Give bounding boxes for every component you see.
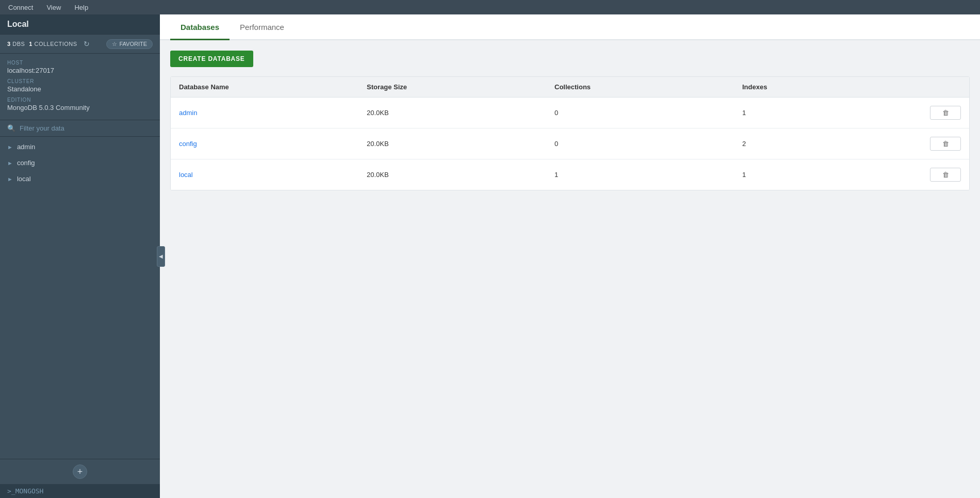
- db-link-config[interactable]: config: [179, 140, 367, 148]
- trash-icon: 🗑: [942, 109, 949, 117]
- trash-icon: 🗑: [942, 171, 949, 179]
- db-collections-config: 0: [554, 140, 742, 148]
- sidebar-item-admin[interactable]: ► admin: [0, 139, 160, 155]
- cluster-label: CLUSTER: [7, 78, 153, 84]
- database-table: Database Name Storage Size Collections I…: [170, 76, 970, 190]
- tab-performance[interactable]: Performance: [230, 14, 295, 40]
- host-label: HOST: [7, 60, 153, 66]
- refresh-button[interactable]: ↻: [81, 39, 92, 49]
- menu-bar: Connect View Help: [0, 0, 980, 14]
- sidebar-db-name-config: config: [17, 159, 35, 167]
- db-storage-local: 20.0KB: [367, 171, 554, 179]
- trash-icon: 🗑: [942, 140, 949, 148]
- db-collections-admin: 0: [554, 109, 742, 117]
- sidebar-title: Local: [0, 14, 160, 35]
- chevron-right-icon: ►: [7, 160, 13, 166]
- filter-input[interactable]: [20, 124, 153, 132]
- tab-bar: Databases Performance: [160, 14, 980, 40]
- table-row: local 20.0KB 1 1 🗑: [171, 159, 969, 190]
- sidebar-filter: 🔍: [0, 120, 160, 137]
- menu-help[interactable]: Help: [72, 3, 90, 12]
- col-header-storage: Storage Size: [367, 83, 554, 91]
- sidebar-item-local[interactable]: ► local: [0, 171, 160, 187]
- chevron-right-icon: ►: [7, 176, 13, 182]
- star-icon: ☆: [112, 41, 117, 47]
- sidebar-item-config[interactable]: ► config: [0, 155, 160, 171]
- table-row: config 20.0KB 0 2 🗑: [171, 128, 969, 159]
- sidebar-db-name-local: local: [17, 175, 31, 183]
- col-header-actions: [930, 83, 961, 91]
- table-header: Database Name Storage Size Collections I…: [171, 77, 969, 98]
- db-storage-config: 20.0KB: [367, 140, 554, 148]
- search-icon: 🔍: [7, 124, 15, 132]
- favorite-button[interactable]: ☆ FAVORITE: [106, 39, 153, 49]
- sidebar-db-summary: 3 DBS 1 COLLECTIONS ↻ ☆ FAVORITE: [0, 35, 160, 54]
- db-indexes-admin: 1: [742, 109, 930, 117]
- db-link-admin[interactable]: admin: [179, 109, 367, 117]
- content-area: CREATE DATABASE Database Name Storage Si…: [160, 40, 980, 498]
- db-collections-local: 1: [554, 171, 742, 179]
- db-link-local[interactable]: local: [179, 171, 367, 179]
- delete-db-config[interactable]: 🗑: [930, 137, 961, 151]
- edition-value: MongoDB 5.0.3 Community: [7, 104, 153, 111]
- menu-view[interactable]: View: [44, 3, 63, 12]
- sidebar: Local 3 DBS 1 COLLECTIONS ↻ ☆ FAVORITE H…: [0, 14, 160, 498]
- cluster-value: Standalone: [7, 85, 153, 93]
- sidebar-db-name-admin: admin: [17, 143, 35, 151]
- add-connection-button[interactable]: +: [73, 464, 87, 479]
- tab-databases[interactable]: Databases: [170, 14, 230, 40]
- col-header-name: Database Name: [179, 83, 367, 91]
- mongosh-bar[interactable]: >_MONGOSH: [0, 484, 160, 498]
- sidebar-nav: ► admin ► config ► local: [0, 137, 160, 459]
- menu-connect[interactable]: Connect: [6, 3, 35, 12]
- delete-db-admin[interactable]: 🗑: [930, 106, 961, 120]
- db-counts: 3 DBS 1 COLLECTIONS ↻: [7, 39, 92, 49]
- edition-label: EDITION: [7, 97, 153, 103]
- chevron-right-icon: ►: [7, 144, 13, 150]
- db-count-text: 3 DBS: [7, 41, 25, 47]
- collection-count-text: 1 COLLECTIONS: [29, 41, 77, 47]
- col-header-collections: Collections: [554, 83, 742, 91]
- delete-db-local[interactable]: 🗑: [930, 168, 961, 182]
- host-value: localhost:27017: [7, 67, 153, 74]
- db-indexes-local: 1: [742, 171, 930, 179]
- table-row: admin 20.0KB 0 1 🗑: [171, 98, 969, 128]
- col-header-indexes: Indexes: [742, 83, 930, 91]
- main-content: Databases Performance CREATE DATABASE Da…: [160, 14, 980, 498]
- create-database-button[interactable]: CREATE DATABASE: [170, 51, 253, 67]
- sidebar-footer: +: [0, 459, 160, 484]
- main-layout: Local 3 DBS 1 COLLECTIONS ↻ ☆ FAVORITE H…: [0, 14, 980, 498]
- sidebar-collapse-handle[interactable]: ◀: [157, 246, 165, 267]
- sidebar-connection-info: HOST localhost:27017 CLUSTER Standalone …: [0, 54, 160, 120]
- db-indexes-config: 2: [742, 140, 930, 148]
- db-storage-admin: 20.0KB: [367, 109, 554, 117]
